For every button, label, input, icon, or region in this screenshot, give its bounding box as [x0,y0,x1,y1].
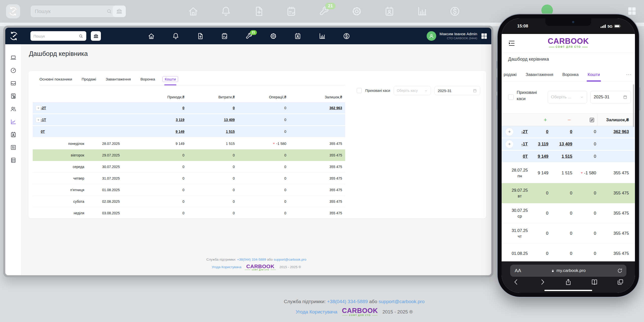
sidebar-item-inbox[interactable] [10,80,17,87]
file-plus-icon[interactable] [253,6,264,17]
bank-button[interactable] [91,31,101,41]
user-agreement-link[interactable]: Угода Користувача [296,309,337,315]
share-button[interactable] [565,278,572,286]
home-icon[interactable] [148,32,155,40]
cash-select[interactable]: Оберіть ... [548,91,587,103]
bookmarks-button[interactable] [591,278,598,286]
period-link[interactable]: 0Т [41,130,45,134]
apps-grid-icon[interactable] [627,6,637,16]
tab-Воронка[interactable]: Воронка [140,77,155,81]
period-link[interactable]: -2Т [41,106,46,110]
tab-Кошти[interactable]: Кошти [588,72,600,77]
day-row[interactable]: 31.07.25чт000355 475 [502,223,635,244]
income-link[interactable]: 9 149 [538,154,548,159]
sidebar-item-orders[interactable] [10,93,17,99]
home-icon[interactable] [188,6,199,17]
background-bank-button[interactable] [113,6,126,17]
day-row[interactable]: 30.07.25ср000355 475 [502,203,635,223]
scrollbar[interactable] [633,84,634,127]
wrench-button[interactable]: 21 [318,6,330,17]
tab-Завантаження[interactable]: Завантаження [526,72,553,77]
income-link[interactable]: 9 149 [176,130,184,134]
period-link[interactable]: -1Т [41,118,46,122]
apps-grid-icon[interactable] [480,32,488,40]
user-block[interactable]: Максим Іванов Admin СТО CARBOOK (9444) [427,28,488,44]
period-link[interactable]: 0Т [523,154,528,159]
day-row[interactable]: субота02.08.2025000355 475 [33,196,345,207]
balance-link[interactable]: 362 963 [614,129,629,134]
support-email-link[interactable]: support@carbook.pro [379,299,425,304]
income-link[interactable]: 0 [182,106,184,110]
sidebar-item-schedule[interactable] [10,131,17,138]
back-button[interactable] [513,278,520,286]
sidebar-item-clients[interactable] [10,106,17,112]
tab-Кошти[interactable]: Кошти [165,77,176,81]
expense-link[interactable]: 1 515 [561,154,572,159]
dollar-icon[interactable] [343,32,350,40]
search-input[interactable]: Пошук [30,31,86,41]
day-row[interactable]: понеділок28.07.20259 1491 515-1 580355 4… [33,138,345,149]
day-row[interactable]: неділя03.08.2025000355 475 [33,207,345,219]
background-search-input[interactable]: Пошук [31,6,116,17]
income-link[interactable]: 3 119 [538,142,548,146]
tabs-overflow-button[interactable]: ··· [626,72,632,77]
calendar-check-icon[interactable] [286,6,297,17]
income-link[interactable]: 3 119 [176,118,184,122]
period-link[interactable]: -2Т [521,129,528,134]
url-bar[interactable]: AA my.carbook.pro [510,265,626,277]
week-picker[interactable]: 2025-31 [434,86,480,95]
day-row[interactable]: четвер31.07.2025000355 475 [33,173,345,184]
home-indicator[interactable] [544,290,592,291]
file-plus-icon[interactable] [196,32,204,40]
expand-button[interactable]: + [36,117,41,123]
tabs-button[interactable] [617,278,624,286]
app-logo-icon[interactable] [9,31,19,41]
wrench-button[interactable]: 21 [245,32,253,40]
hidden-cash-checkbox[interactable] [508,94,514,100]
cash-select[interactable]: Оберіть касу [394,86,431,95]
expense-link[interactable]: 1 515 [226,130,235,134]
bell-icon[interactable] [220,6,231,17]
add-expense-button[interactable]: − [549,117,573,123]
calendar-check-icon[interactable] [221,32,228,40]
sidebar-item-analytics[interactable] [10,118,17,125]
day-row[interactable]: п’ятниця01.08.2025000355 475 [33,184,345,196]
expense-link[interactable]: 13 409 [559,142,572,146]
dollar-icon[interactable] [449,6,460,17]
hidden-cash-checkbox[interactable] [357,88,362,93]
calendar-person-icon[interactable] [294,32,301,40]
support-email-link[interactable]: support@carbook.pro [274,258,306,261]
bar-chart-icon[interactable] [417,6,428,17]
day-row[interactable]: 28.07.25пн9 1491 515-1 580355 475 [502,163,635,183]
expand-button[interactable]: + [36,105,41,111]
day-row[interactable]: середа30.07.2025000355 475 [33,161,345,173]
expand-button[interactable]: + [506,128,513,136]
tab-родажі[interactable]: родажі [504,72,517,77]
forward-button[interactable] [539,278,546,286]
sidebar-item-storage[interactable] [10,157,17,164]
income-link[interactable]: 0 [546,129,548,134]
day-row[interactable]: 29.07.25вт000355 475 [502,183,635,203]
calendar-person-icon[interactable] [384,6,395,17]
menu-unfold-icon[interactable] [508,39,515,47]
day-row[interactable]: 01.08.25000355 475 [502,244,635,264]
expense-link[interactable]: 13 409 [224,118,235,122]
bar-chart-icon[interactable] [318,32,326,40]
bell-icon[interactable] [172,32,179,40]
expense-link[interactable]: 0 [233,106,235,110]
expense-link[interactable]: 0 [570,129,572,134]
tab-Продажі[interactable]: Продажі [82,77,96,81]
support-phone-link[interactable]: +38(044) 334-5889 [327,299,368,304]
gear-icon[interactable] [270,32,277,40]
sidebar-item-settings[interactable] [10,144,17,151]
balance-link[interactable]: 362 963 [329,106,342,110]
expand-button[interactable]: + [506,140,513,148]
week-picker[interactable]: 2025-31 [590,91,631,103]
day-row[interactable]: вівторок29.07.2025000355 475 [33,149,345,161]
tab-Завантаження[interactable]: Завантаження [106,77,131,81]
tab-Основні показники[interactable]: Основні показники [39,77,72,81]
user-agreement-link[interactable]: Угода Користувача [212,265,241,269]
gear-icon[interactable] [351,6,362,17]
sidebar-item-dashboard[interactable] [10,67,17,74]
tab-Воронка[interactable]: Воронка [562,72,578,77]
